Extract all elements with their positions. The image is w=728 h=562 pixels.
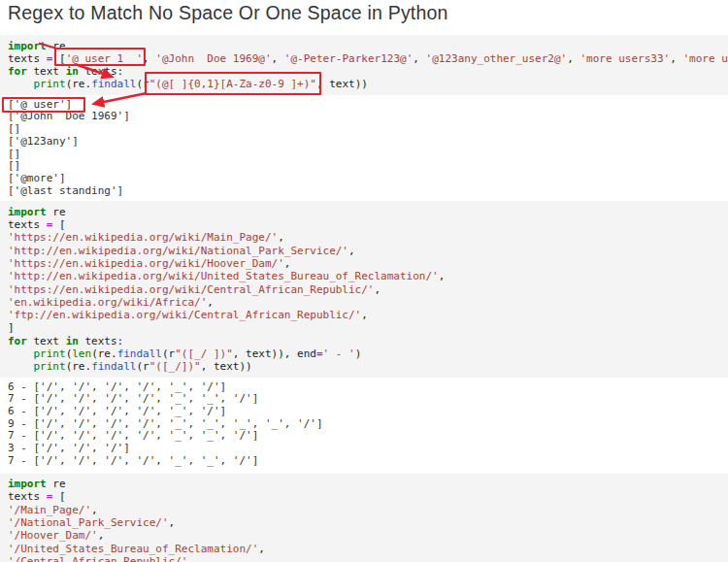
code-block-regex-users: import retexts = ['@ user 1 ', '@John Do… bbox=[0, 35, 728, 95]
code-line: '/Main_Page/', bbox=[8, 504, 720, 516]
code-token: , bbox=[375, 283, 381, 296]
code-token: 'https://en.wikipedia.org/wiki/Hoover_Da… bbox=[8, 257, 284, 270]
code-token: , text)) bbox=[316, 78, 368, 90]
code-token: [ bbox=[52, 218, 65, 231]
output-line: 6 - ['/', '/', '/', '/', '_', '/'] bbox=[8, 406, 728, 418]
code-token: print bbox=[34, 347, 66, 360]
code-token: [ bbox=[52, 52, 65, 65]
code-token: (re. bbox=[91, 347, 117, 360]
code-token: for bbox=[8, 65, 27, 78]
code-line: print(re.findall(r"([_/])", text)) bbox=[8, 360, 720, 373]
code-token: 'http://en.wikipedia.org/wiki/United_Sta… bbox=[8, 270, 439, 282]
code-token: re bbox=[47, 478, 66, 490]
code-token: ) bbox=[355, 347, 362, 360]
code-token: , bbox=[439, 270, 446, 282]
code-token: '@John Doe 1969@' bbox=[155, 52, 271, 65]
code-token: , bbox=[272, 52, 284, 65]
code-token: in bbox=[66, 335, 79, 347]
code-token: import bbox=[8, 206, 47, 218]
code-token: , bbox=[258, 543, 265, 555]
code-token: (re. bbox=[66, 78, 92, 90]
code-token: findall bbox=[117, 347, 162, 360]
code-token: ' - ' bbox=[323, 347, 355, 360]
code-block-paths: import retexts = ['/Main_Page/','/Nation… bbox=[0, 474, 728, 562]
code-line: '/Central_African_Republic/' bbox=[8, 555, 720, 562]
code-token bbox=[8, 360, 34, 373]
code-token: "(@[ ]{0,1}[A-Za-z0-9 ]+)" bbox=[149, 78, 316, 90]
code-token: print bbox=[34, 360, 66, 373]
code-token: text bbox=[27, 335, 66, 347]
code-token: 'https://en.wikipedia.org/wiki/Main_Page… bbox=[8, 231, 278, 244]
code-line: 'https://en.wikipedia.org/wiki/Hoover_Da… bbox=[8, 257, 720, 270]
code-token: '@-Peter-Parker123@' bbox=[284, 52, 413, 65]
code-token: = bbox=[316, 347, 323, 360]
code-line: 'http://en.wikipedia.org/wiki/National_P… bbox=[8, 245, 720, 257]
output-line: [] bbox=[8, 160, 728, 173]
code-token: , bbox=[98, 529, 105, 542]
code-token: texts bbox=[8, 52, 47, 65]
code-token: '/Hoover_Dam/' bbox=[8, 529, 98, 542]
output-line: [] bbox=[8, 123, 728, 136]
code-token: , bbox=[169, 516, 176, 529]
code-token: , text)) bbox=[201, 360, 252, 373]
output-line: 3 - ['/', '/', '/'] bbox=[8, 443, 728, 455]
output-line: ['@123any'] bbox=[8, 136, 728, 149]
code-token: , bbox=[143, 52, 155, 65]
code-token: , bbox=[284, 257, 291, 270]
code-line: 'en.wikipedia.org/wiki/Africa/', bbox=[8, 296, 720, 309]
code-token bbox=[8, 347, 34, 360]
code-token: [ bbox=[52, 490, 65, 503]
code-token: texts: bbox=[79, 335, 123, 347]
code-token: , bbox=[278, 231, 284, 244]
output-line: ['@more'] bbox=[8, 173, 728, 185]
code-line: import re bbox=[8, 206, 720, 218]
code-line: ] bbox=[8, 321, 720, 334]
code-token: re bbox=[47, 40, 66, 52]
page-title: Regex to Match No Space Or One Space in … bbox=[0, 0, 728, 23]
code-token: import bbox=[8, 40, 47, 52]
code-line: texts = [ bbox=[8, 490, 720, 503]
code-line: for text in texts: bbox=[8, 65, 720, 78]
code-token: import bbox=[8, 478, 47, 490]
output-block-url-matches: 6 - ['/', '/', '/', '/', '_', '/']7 - ['… bbox=[0, 381, 728, 468]
code-line: '/National_Park_Service/', bbox=[8, 516, 720, 529]
code-line: import re bbox=[8, 40, 720, 52]
code-token: '/Main_Page/' bbox=[8, 504, 91, 516]
code-token bbox=[8, 78, 34, 90]
code-token: (r bbox=[136, 360, 149, 373]
code-token: findall bbox=[91, 360, 136, 373]
code-token: , bbox=[567, 52, 579, 65]
code-token: , bbox=[413, 52, 425, 65]
code-line: 'https://en.wikipedia.org/wiki/Central_A… bbox=[8, 283, 720, 296]
code-token: (r bbox=[136, 78, 149, 90]
code-line: print(len(re.findall(r"([_/ ])", text)),… bbox=[8, 347, 720, 360]
code-line: 'http://en.wikipedia.org/wiki/United_Sta… bbox=[8, 270, 720, 282]
page-root: { "title": "Regex to Match No Space Or O… bbox=[0, 0, 728, 562]
code-token: text bbox=[27, 65, 66, 78]
output-line: [] bbox=[8, 149, 728, 161]
code-token: , text)), end bbox=[233, 347, 316, 360]
code-line: print(re.findall(r"(@[ ]{0,1}[A-Za-z0-9 … bbox=[8, 78, 720, 90]
code-token: , bbox=[670, 52, 682, 65]
code-token: texts: bbox=[79, 65, 123, 78]
code-token: in bbox=[66, 65, 79, 78]
code-token: 'https://en.wikipedia.org/wiki/Central_A… bbox=[8, 283, 375, 296]
code-line: for text in texts: bbox=[8, 335, 720, 347]
code-line: texts = [ bbox=[8, 218, 720, 231]
code-line: import re bbox=[8, 478, 720, 490]
code-token: for bbox=[8, 335, 27, 347]
code-token: '/National_Park_Service/' bbox=[8, 516, 169, 529]
code-token: "([_/ ])" bbox=[175, 347, 233, 360]
code-token: findall bbox=[91, 78, 136, 90]
code-token: 'ftp://en.wikipedia.org/wiki/Central_Afr… bbox=[8, 309, 361, 321]
code-token: "([_/])" bbox=[149, 360, 201, 373]
code-line: 'ftp://en.wikipedia.org/wiki/Central_Afr… bbox=[8, 309, 720, 321]
code-line: texts = ['@ user 1 ', '@John Doe 1969@',… bbox=[8, 52, 720, 65]
code-token: '@123any_other_user2@' bbox=[426, 52, 568, 65]
code-line: 'https://en.wikipedia.org/wiki/Main_Page… bbox=[8, 231, 720, 244]
output-line: 7 - ['/', '/', '/', '/', '_', '_', '/'] bbox=[8, 455, 728, 468]
code-token: 'more users2' bbox=[682, 52, 728, 65]
code-token: print bbox=[34, 78, 66, 90]
code-token: texts bbox=[8, 218, 47, 231]
code-token: texts bbox=[8, 490, 47, 503]
